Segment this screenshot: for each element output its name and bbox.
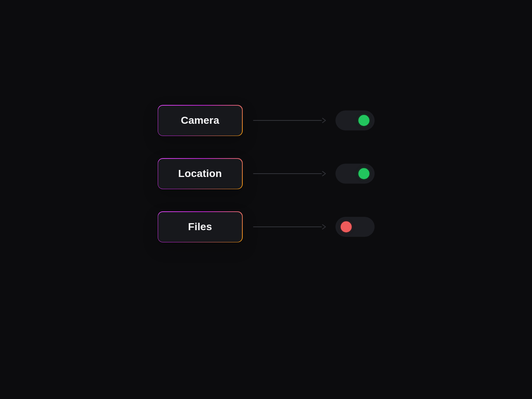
permission-label: Location	[178, 168, 222, 180]
card-inner: Location	[158, 159, 242, 189]
permission-row-location: Location	[158, 158, 375, 189]
connector-line	[253, 173, 322, 174]
toggle-files[interactable]	[335, 217, 375, 237]
permission-label: Files	[188, 221, 212, 233]
arrow-right-icon	[321, 171, 327, 177]
toggle-location[interactable]	[335, 164, 375, 184]
connector-arrow	[253, 117, 327, 123]
arrow-right-icon	[321, 224, 327, 230]
connector-arrow	[253, 171, 327, 177]
permission-card-files[interactable]: Files	[158, 211, 243, 242]
arrow-right-icon	[321, 117, 327, 123]
connector-line	[253, 120, 322, 121]
card-inner: Files	[158, 212, 242, 242]
connector-line	[253, 226, 322, 227]
toggle-knob	[341, 221, 352, 232]
permissions-panel: Camera Location	[158, 105, 375, 242]
card-inner: Camera	[158, 106, 242, 136]
toggle-camera[interactable]	[335, 110, 375, 130]
toggle-knob	[358, 168, 369, 179]
permission-card-location[interactable]: Location	[158, 158, 243, 189]
connector-arrow	[253, 224, 327, 230]
permission-row-files: Files	[158, 211, 375, 242]
permission-card-camera[interactable]: Camera	[158, 105, 243, 136]
permission-row-camera: Camera	[158, 105, 375, 136]
permission-label: Camera	[181, 115, 219, 126]
toggle-knob	[358, 115, 369, 126]
